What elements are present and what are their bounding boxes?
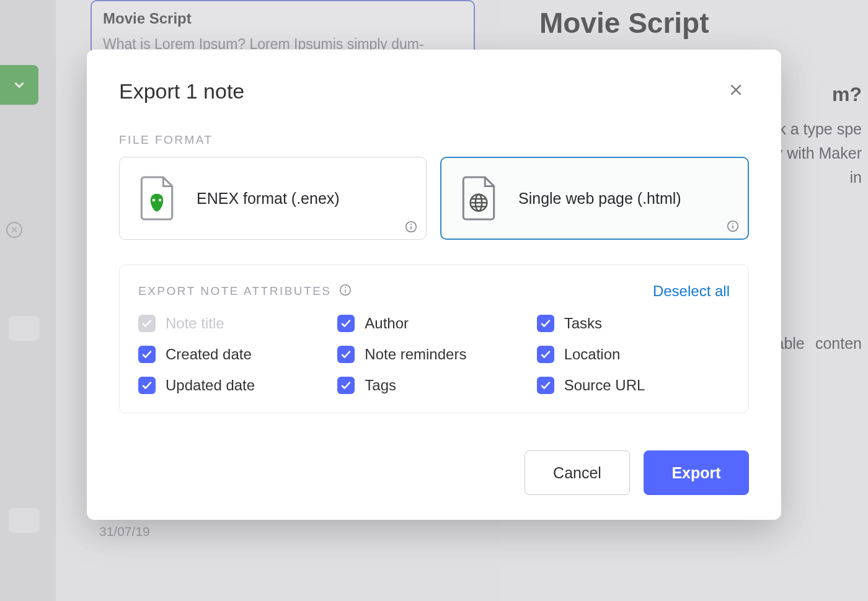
checkbox-icon xyxy=(537,346,554,363)
attribute-tasks[interactable]: Tasks xyxy=(537,315,730,332)
attribute-author[interactable]: Author xyxy=(337,315,530,332)
format-option-enex[interactable]: ENEX format (.enex) xyxy=(119,157,427,240)
attribute-location[interactable]: Location xyxy=(537,346,730,363)
info-icon[interactable] xyxy=(727,220,739,232)
checkbox-icon xyxy=(337,346,355,363)
deselect-all-link[interactable]: Deselect all xyxy=(653,283,730,300)
checkbox-icon xyxy=(138,315,156,332)
svg-point-6 xyxy=(410,224,412,225)
attribute-updated_date[interactable]: Updated date xyxy=(138,377,331,394)
attribute-note_title: Note title xyxy=(138,315,331,332)
attribute-tags[interactable]: Tags xyxy=(337,377,530,394)
cancel-button[interactable]: Cancel xyxy=(525,450,630,495)
attribute-source_url[interactable]: Source URL xyxy=(537,377,730,394)
attributes-grid: Note titleAuthorTasksCreated dateNote re… xyxy=(138,315,730,394)
checkbox-icon xyxy=(537,315,554,332)
export-button[interactable]: Export xyxy=(644,450,749,495)
attribute-label: Note reminders xyxy=(365,346,466,363)
checkbox-icon xyxy=(337,315,355,332)
export-modal: Export 1 note FILE FORMAT ENEX format (.… xyxy=(87,50,781,520)
format-option-label: Single web page (.html) xyxy=(518,190,681,208)
attribute-created_date[interactable]: Created date xyxy=(138,346,331,363)
modal-title: Export 1 note xyxy=(119,79,244,103)
info-icon[interactable] xyxy=(405,221,417,233)
file-format-label: FILE FORMAT xyxy=(119,133,749,147)
modal-footer: Cancel Export xyxy=(119,450,749,495)
format-option-label: ENEX format (.enex) xyxy=(197,190,340,208)
attribute-label: Note title xyxy=(166,315,224,332)
attribute-label: Author xyxy=(365,315,409,332)
svg-point-17 xyxy=(345,287,346,288)
attribute-label: Tags xyxy=(365,377,396,394)
checkbox-icon xyxy=(537,377,554,394)
attribute-label: Created date xyxy=(166,346,252,363)
format-option-html[interactable]: Single web page (.html) xyxy=(440,157,749,240)
export-attributes-panel: EXPORT NOTE ATTRIBUTES Deselect all Note… xyxy=(119,265,749,413)
attribute-label: Source URL xyxy=(564,377,645,394)
checkbox-icon xyxy=(138,377,156,394)
svg-point-3 xyxy=(159,199,162,202)
file-html-icon xyxy=(460,176,497,221)
checkbox-icon xyxy=(337,377,355,394)
info-icon[interactable] xyxy=(339,284,352,299)
attribute-label: Tasks xyxy=(564,315,602,332)
attribute-note_reminders[interactable]: Note reminders xyxy=(337,346,530,363)
attribute-label: Updated date xyxy=(166,377,255,394)
attribute-label: Location xyxy=(564,346,621,363)
modal-header: Export 1 note xyxy=(119,79,749,103)
checkbox-icon xyxy=(138,346,156,363)
svg-point-2 xyxy=(153,199,156,202)
close-icon xyxy=(728,82,744,98)
file-enex-icon xyxy=(138,176,175,221)
close-button[interactable] xyxy=(723,79,749,103)
export-attributes-label: EXPORT NOTE ATTRIBUTES xyxy=(138,284,332,298)
file-format-options: ENEX format (.enex) Single web page (.ht… xyxy=(119,157,749,240)
svg-point-14 xyxy=(732,223,733,224)
